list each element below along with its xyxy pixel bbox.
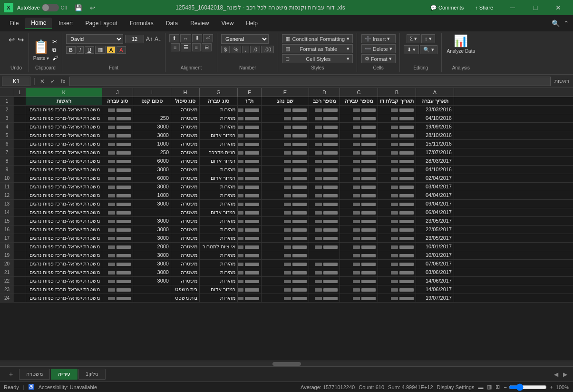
cell-H-13[interactable]: משטרה [171, 200, 200, 208]
cell-H-17[interactable]: משטרה [171, 234, 200, 242]
cell-B-21[interactable] [378, 268, 416, 276]
cell-J-19[interactable] [102, 251, 133, 259]
cell-C-19[interactable] [340, 251, 378, 259]
cell-K-1[interactable]: ראשות [26, 97, 102, 105]
cell-G-1[interactable]: סוג עברה [200, 97, 238, 105]
cell-H-4[interactable]: משטרה [171, 123, 200, 131]
analyze-data-icon[interactable]: 📊 [454, 34, 468, 48]
cell-G-10[interactable]: רמזור אדום [200, 174, 238, 182]
tab-home[interactable]: Home [25, 18, 52, 29]
cell-F-16[interactable] [238, 225, 262, 234]
horizontal-scrollbar[interactable] [0, 361, 573, 366]
cell-A-7[interactable]: 17/07/2016 [416, 148, 454, 157]
cell-D-21[interactable] [309, 268, 340, 276]
cell-F-19[interactable] [238, 251, 262, 259]
cell-F-2[interactable] [238, 106, 262, 114]
cell-reference-input[interactable] [2, 77, 30, 86]
cell-H-7[interactable]: משטרה [171, 148, 200, 157]
cell-H-21[interactable]: משטרה [171, 268, 200, 276]
row-number[interactable]: 8 [0, 157, 14, 165]
cell-J-10[interactable] [102, 174, 133, 182]
row-number[interactable]: 14 [0, 208, 14, 216]
cell-G-22[interactable]: מהירות [200, 277, 238, 285]
confirm-icon[interactable]: ✓ [49, 78, 57, 85]
cell-K-6[interactable]: משטרת ישראל-מרכז פניות נהגים [26, 140, 102, 148]
sheet-tab-gilayon[interactable]: גיליון1 [78, 369, 106, 380]
cell-J-14[interactable] [102, 208, 133, 216]
cell-H-10[interactable]: משטרה [171, 174, 200, 182]
cell-E-2[interactable] [262, 106, 309, 114]
cell-K-8[interactable]: משטרת ישראל-מרכז פניות נהגים [26, 157, 102, 165]
cell-E-6[interactable] [262, 140, 309, 148]
cell-J-12[interactable] [102, 191, 133, 199]
cell-K-17[interactable]: משטרת ישראל-מרכז פניות נהגים [26, 234, 102, 242]
cell-H-1[interactable]: סוג טיפול [171, 97, 200, 105]
tab-review[interactable]: Review [185, 18, 214, 29]
undo-icon[interactable]: ↩ [8, 34, 16, 45]
row-number[interactable]: 16 [0, 225, 14, 234]
cell-G-16[interactable]: מהירות [200, 225, 238, 234]
cell-C-13[interactable] [340, 200, 378, 208]
cell-E-15[interactable] [262, 217, 309, 225]
cell-L-23[interactable] [14, 285, 26, 294]
col-header-l[interactable]: L [14, 88, 26, 97]
row-number[interactable]: 11 [0, 183, 14, 191]
cell-G-21[interactable]: מהירות [200, 268, 238, 276]
cell-D-20[interactable] [309, 260, 340, 268]
cell-I-15[interactable]: 3000 [133, 217, 171, 225]
cell-B-3[interactable] [378, 114, 416, 122]
cell-C-17[interactable] [340, 234, 378, 242]
cell-K-5[interactable]: משטרת ישראל-מרכז פניות נהגים [26, 131, 102, 139]
font-shrink-icon[interactable]: A↓ [155, 36, 161, 42]
cell-styles-button[interactable]: ◻ Cell Styles ▾ [282, 54, 353, 63]
cell-C-8[interactable] [340, 157, 378, 165]
cell-H-23[interactable]: בית משפט [171, 285, 200, 294]
ribbon-expand-icon[interactable]: ⌃ [563, 20, 569, 27]
row-number[interactable]: 22 [0, 277, 14, 285]
cell-E-14[interactable] [262, 208, 309, 216]
cell-B-4[interactable] [378, 123, 416, 131]
cell-C-24[interactable] [340, 294, 378, 302]
format-cells-button[interactable]: ⚙ Format ▾ [361, 54, 396, 63]
comments-button[interactable]: 💬 Comments [426, 3, 468, 12]
cell-L-18[interactable] [14, 243, 26, 251]
merge-button[interactable]: ⊟ [202, 43, 212, 51]
cell-H-8[interactable]: משטרה [171, 157, 200, 165]
cell-L-7[interactable] [14, 148, 26, 157]
col-header-c[interactable]: C [340, 88, 378, 97]
cell-L-20[interactable] [14, 260, 26, 268]
cell-L-5[interactable] [14, 131, 26, 139]
cell-A-20[interactable]: 07/06/2017 [416, 260, 454, 268]
cell-L-17[interactable] [14, 234, 26, 242]
cell-H-6[interactable]: משטרה [171, 140, 200, 148]
cell-A-14[interactable]: 06/04/2017 [416, 208, 454, 216]
cell-B-2[interactable] [378, 106, 416, 114]
cell-A-21[interactable]: 03/06/2017 [416, 268, 454, 276]
row-number[interactable]: 10 [0, 174, 14, 182]
cell-A-22[interactable]: 14/06/2017 [416, 277, 454, 285]
cell-G-8[interactable]: רמזור אדום [200, 157, 238, 165]
cell-C-7[interactable] [340, 148, 378, 157]
cell-K-18[interactable]: משטרת ישראל-מרכז פניות נהגים [26, 243, 102, 251]
cell-E-12[interactable] [262, 191, 309, 199]
sheet-tab-mishTara[interactable]: משטרה [19, 369, 50, 380]
cell-A-18[interactable]: 10/01/2017 [416, 243, 454, 251]
col-header-i[interactable]: I [133, 88, 171, 97]
cell-I-24[interactable] [133, 294, 171, 302]
cell-B-17[interactable] [378, 234, 416, 242]
cell-B-6[interactable] [378, 140, 416, 148]
cell-B-9[interactable] [378, 166, 416, 174]
cell-J-6[interactable] [102, 140, 133, 148]
cell-F-21[interactable] [238, 268, 262, 276]
cell-G-2[interactable]: מהירות [200, 106, 238, 114]
insert-cells-button[interactable]: ➕ Insert ▾ [361, 34, 396, 43]
cell-I-18[interactable]: 2000 [133, 243, 171, 251]
cell-I-21[interactable]: 3000 [133, 268, 171, 276]
cell-F-1[interactable]: ת"ז [238, 97, 262, 105]
cell-A-3[interactable]: 04/10/2016 [416, 114, 454, 122]
cell-B-12[interactable] [378, 191, 416, 199]
sheet-view-page-break-icon[interactable]: ⊞ [495, 384, 500, 390]
cell-E-16[interactable] [262, 225, 309, 234]
cell-G-18[interactable]: אי ציות לתמרור [200, 243, 238, 251]
cell-C-11[interactable] [340, 183, 378, 191]
